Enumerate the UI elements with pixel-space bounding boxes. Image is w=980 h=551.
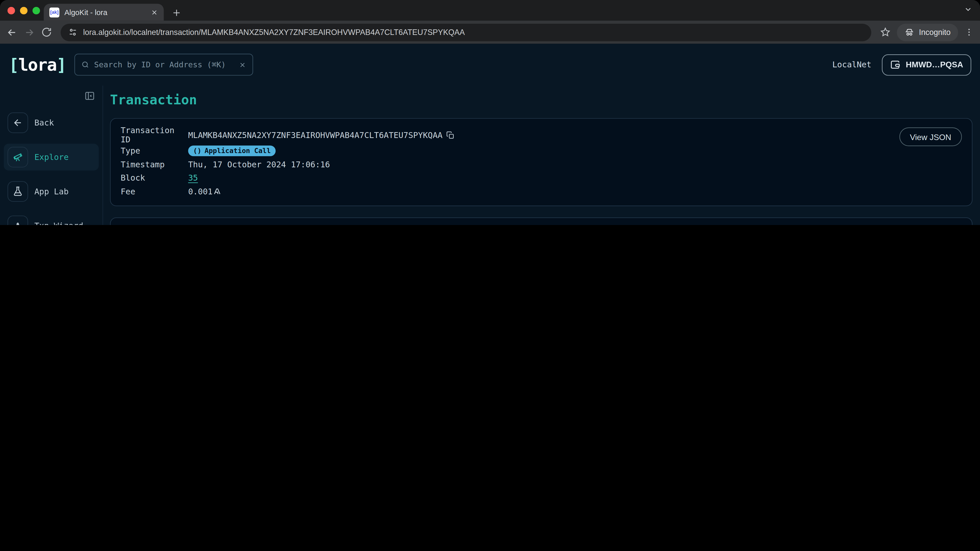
new-tab-button[interactable] bbox=[172, 8, 181, 17]
incognito-icon bbox=[904, 27, 915, 37]
type-label: Type bbox=[121, 146, 188, 156]
logo-bracket: [ bbox=[9, 55, 18, 75]
view-json-button[interactable]: View JSON bbox=[899, 127, 962, 146]
app-header: [lora] LocalNet HMWD…PQSA bbox=[0, 44, 980, 86]
traffic-lights bbox=[7, 7, 40, 14]
site-settings-icon[interactable] bbox=[68, 27, 78, 37]
block-label: Block bbox=[121, 173, 188, 183]
search-icon bbox=[81, 61, 89, 69]
telescope-icon bbox=[7, 147, 28, 168]
bookmark-star-icon[interactable] bbox=[880, 27, 891, 38]
collapse-sidebar-icon[interactable] bbox=[84, 91, 95, 101]
lora-app: [lora] LocalNet HMWD…PQSA bbox=[0, 44, 980, 225]
wizard-hat-icon bbox=[7, 216, 28, 225]
incognito-label: Incognito bbox=[919, 28, 951, 37]
page-title: Transaction bbox=[110, 92, 973, 107]
search-clear-icon[interactable] bbox=[239, 61, 246, 68]
search-box[interactable] bbox=[74, 54, 253, 76]
forward-nav-icon[interactable] bbox=[24, 27, 35, 38]
address-bar[interactable]: lora.algokit.io/localnet/transaction/MLA… bbox=[61, 24, 872, 41]
sidebar-item-label: Explore bbox=[35, 152, 68, 162]
block-link[interactable]: 35 bbox=[188, 173, 198, 183]
timestamp-label: Timestamp bbox=[121, 160, 188, 169]
copy-icon[interactable] bbox=[446, 131, 455, 139]
logo-text: lora bbox=[18, 55, 56, 75]
main-content: Transaction Transaction ID MLAMKB4ANXZ5N… bbox=[103, 86, 980, 225]
timestamp-value: Thu, 17 October 2024 17:06:16 bbox=[188, 160, 330, 169]
browser-window: [ak] AlgoKit - lora lora.algokit.io/l bbox=[0, 0, 980, 225]
application-call-card: Application Call Sender HMWDSHQCOPD2T36W… bbox=[110, 218, 973, 225]
fee-label: Fee bbox=[121, 187, 188, 196]
sidebar-item-label: Back bbox=[35, 118, 54, 127]
sidebar-item-back[interactable]: Back bbox=[4, 110, 99, 136]
close-window-button[interactable] bbox=[7, 7, 15, 14]
sidebar-item-explore[interactable]: Explore bbox=[4, 144, 99, 170]
browser-tab-bar: [ak] AlgoKit - lora bbox=[0, 0, 980, 21]
flask-icon bbox=[7, 181, 28, 202]
logo-bracket: ] bbox=[56, 55, 66, 75]
wallet-address: HMWD…PQSA bbox=[906, 60, 963, 69]
search-input[interactable] bbox=[94, 60, 234, 69]
browser-toolbar: lora.algokit.io/localnet/transaction/MLA… bbox=[0, 21, 980, 44]
arrow-left-icon bbox=[7, 113, 28, 133]
url-text: lora.algokit.io/localnet/transaction/MLA… bbox=[83, 28, 465, 37]
view-json-label: View JSON bbox=[910, 132, 951, 141]
back-nav-icon[interactable] bbox=[6, 27, 18, 38]
lora-logo[interactable]: [lora] bbox=[9, 55, 66, 75]
fee-value: 0.001 bbox=[188, 187, 213, 196]
minimize-window-button[interactable] bbox=[20, 7, 27, 14]
tab-title: AlgoKit - lora bbox=[64, 8, 151, 17]
transaction-type-text: Application Call bbox=[204, 147, 271, 155]
network-label[interactable]: LocalNet bbox=[832, 60, 871, 69]
parentheses-icon: () bbox=[193, 147, 201, 155]
sidebar-item-txn-wizard[interactable]: Txn Wizard bbox=[4, 213, 99, 225]
zoom-window-button[interactable] bbox=[32, 7, 40, 14]
wallet-button[interactable]: HMWD…PQSA bbox=[882, 54, 971, 75]
wallet-icon bbox=[890, 59, 901, 70]
transaction-id-value: MLAMKB4ANXZ5NA2XY7ZNF3EAIROHVWPAB4A7CLT6… bbox=[188, 130, 442, 140]
transaction-summary-card: Transaction ID MLAMKB4ANXZ5NA2XY7ZNF3EAI… bbox=[110, 118, 973, 206]
browser-menu-icon[interactable] bbox=[964, 27, 974, 37]
browser-tab[interactable]: [ak] AlgoKit - lora bbox=[44, 4, 164, 21]
sidebar: Back Explore App Lab bbox=[0, 86, 103, 225]
algo-icon bbox=[214, 188, 221, 195]
sidebar-item-app-lab[interactable]: App Lab bbox=[4, 178, 99, 205]
transaction-id-label: Transaction ID bbox=[121, 125, 188, 144]
sidebar-item-label: App Lab bbox=[35, 187, 68, 196]
transaction-type-badge: ()Application Call bbox=[188, 146, 275, 156]
incognito-badge: Incognito bbox=[897, 24, 958, 41]
tab-close-icon[interactable] bbox=[151, 8, 158, 16]
tab-search-chevron-icon[interactable] bbox=[964, 5, 972, 14]
reload-icon[interactable] bbox=[41, 27, 52, 38]
tab-favicon: [ak] bbox=[49, 7, 59, 17]
sidebar-item-label: Txn Wizard bbox=[35, 221, 83, 225]
